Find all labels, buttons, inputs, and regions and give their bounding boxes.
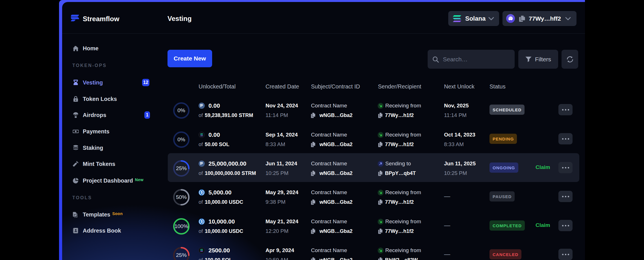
svg-text:$: $	[201, 220, 203, 224]
svg-text:$: $	[201, 190, 203, 194]
